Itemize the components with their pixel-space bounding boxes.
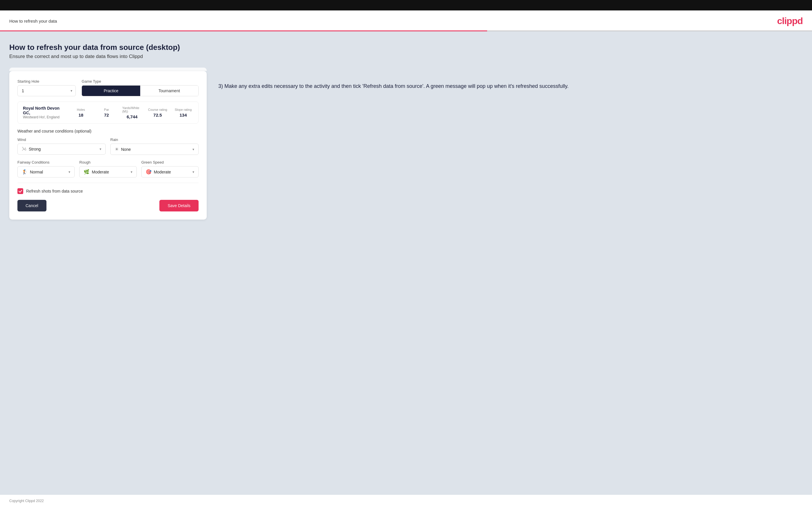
wind-arrow-icon: ▾ [100, 147, 101, 151]
course-rating-label: Course rating [148, 108, 167, 111]
weather-section-label: Weather and course conditions (optional) [17, 129, 199, 133]
course-stat-holes: Holes 18 [71, 108, 91, 117]
practice-toggle-btn[interactable]: Practice [82, 86, 140, 96]
course-info-box: Royal North Devon GC, Westward Ho!, Engl… [17, 102, 199, 123]
content-area: How to refresh your data from source (de… [0, 31, 812, 495]
main-wrapper: How to refresh your data clippd How to r… [0, 10, 812, 507]
logo: clippd [777, 16, 803, 26]
starting-hole-group: Starting Hole 1 10 ▾ [17, 79, 76, 96]
header: How to refresh your data clippd [0, 10, 812, 31]
wind-select[interactable]: 🌬 Strong ▾ [17, 144, 106, 155]
footer-text: Copyright Clippd 2022 [9, 499, 44, 503]
section-divider [17, 183, 199, 183]
page-heading: How to refresh your data from source (de… [9, 43, 803, 52]
par-label: Par [104, 108, 109, 111]
top-bar [0, 0, 812, 10]
rough-group: Rough 🌿 Moderate ▾ [79, 160, 137, 177]
rain-label: Rain [110, 137, 199, 142]
game-type-group: Game Type Practice Tournament [82, 79, 199, 96]
rain-group: Rain ☀ None ▾ [110, 137, 199, 155]
wind-value: Strong [29, 147, 41, 152]
yards-label: Yards/White (M)) [122, 106, 142, 113]
side-note-text: 3) Make any extra edits necessary to the… [218, 82, 803, 91]
conditions-row: Fairway Conditions 🏌 Normal ▾ Rough 🌿 [17, 160, 199, 177]
rain-value: None [121, 147, 131, 152]
header-title: How to refresh your data [9, 18, 57, 23]
partial-card-top [9, 68, 207, 71]
starting-hole-label: Starting Hole [17, 79, 76, 83]
checkmark-icon [18, 189, 22, 193]
course-stat-slope-rating: Slope rating 134 [173, 108, 193, 117]
course-stat-par: Par 72 [97, 108, 116, 117]
cancel-button[interactable]: Cancel [17, 200, 46, 212]
rough-select[interactable]: 🌿 Moderate ▾ [79, 166, 137, 177]
tournament-toggle-btn[interactable]: Tournament [140, 86, 198, 96]
course-rating-value: 72.5 [153, 113, 162, 117]
button-row: Cancel Save Details [17, 200, 199, 212]
page-subheading: Ensure the correct and most up to date d… [9, 54, 803, 59]
green-speed-select[interactable]: 🎯 Moderate ▾ [141, 166, 199, 177]
weather-row: Wind 🌬 Strong ▾ Rain ☀ None [17, 137, 199, 155]
side-note: 3) Make any extra edits necessary to the… [218, 68, 803, 91]
rough-arrow-icon: ▾ [131, 170, 133, 174]
rough-label: Rough [79, 160, 137, 164]
refresh-checkbox-label: Refresh shots from data source [26, 189, 83, 193]
rough-icon: 🌿 [84, 169, 89, 175]
save-details-button[interactable]: Save Details [159, 200, 199, 212]
wind-label: Wind [17, 137, 106, 142]
form-card: Starting Hole 1 10 ▾ Game Type [9, 71, 207, 220]
course-name: Royal North Devon GC, [23, 106, 65, 115]
game-type-toggle: Practice Tournament [82, 85, 199, 96]
fairway-value: Normal [30, 170, 43, 174]
starting-hole-select-wrapper: 1 10 ▾ [17, 85, 76, 96]
rain-arrow-icon: ▾ [193, 147, 194, 152]
rough-value: Moderate [92, 170, 109, 174]
main-row: Starting Hole 1 10 ▾ Game Type [9, 68, 803, 220]
slope-rating-label: Slope rating [175, 108, 192, 111]
green-speed-group: Green Speed 🎯 Moderate ▾ [141, 160, 199, 177]
course-name-group: Royal North Devon GC, Westward Ho!, Engl… [23, 106, 65, 119]
green-speed-arrow-icon: ▾ [193, 170, 194, 174]
starting-hole-select[interactable]: 1 10 [17, 85, 76, 96]
rain-select[interactable]: ☀ None ▾ [110, 144, 199, 155]
holes-value: 18 [79, 113, 83, 117]
holes-label: Holes [77, 108, 85, 111]
game-type-label: Game Type [82, 79, 199, 83]
slope-rating-value: 134 [180, 113, 187, 117]
green-speed-value: Moderate [154, 170, 171, 174]
checkbox-row: Refresh shots from data source [17, 188, 199, 194]
wind-icon: 🌬 [22, 147, 27, 152]
wind-group: Wind 🌬 Strong ▾ [17, 137, 106, 155]
fairway-arrow-icon: ▾ [68, 170, 70, 174]
fairway-select[interactable]: 🏌 Normal ▾ [17, 166, 74, 177]
course-stat-yards: Yards/White (M)) 6,744 [122, 106, 142, 119]
fairway-icon: 🏌 [22, 169, 28, 175]
course-stat-course-rating: Course rating 72.5 [148, 108, 167, 117]
footer: Copyright Clippd 2022 [0, 495, 812, 507]
course-location: Westward Ho!, England [23, 115, 65, 119]
fairway-label: Fairway Conditions [17, 160, 74, 164]
starting-hole-row: Starting Hole 1 10 ▾ Game Type [17, 79, 199, 96]
yards-value: 6,744 [126, 114, 138, 119]
par-value: 72 [104, 113, 109, 117]
green-speed-label: Green Speed [141, 160, 199, 164]
refresh-checkbox[interactable] [17, 188, 23, 194]
green-speed-icon: 🎯 [146, 169, 152, 175]
rain-icon: ☀ [115, 147, 119, 152]
fairway-group: Fairway Conditions 🏌 Normal ▾ [17, 160, 74, 177]
